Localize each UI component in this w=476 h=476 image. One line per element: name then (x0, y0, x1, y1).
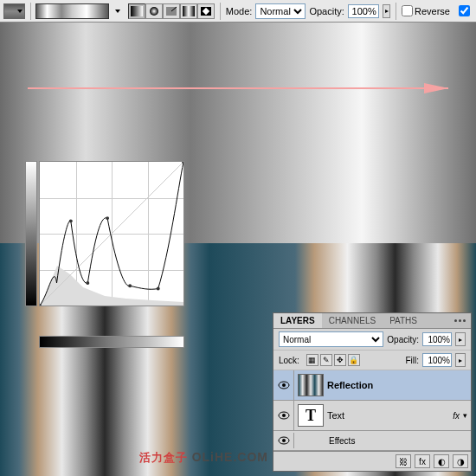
effects-row[interactable]: Effects (273, 431, 471, 451)
svg-rect-3 (183, 6, 195, 16)
radial-gradient-button[interactable] (145, 3, 163, 19)
link-layers-button[interactable]: ⛓ (396, 454, 411, 468)
eye-icon (278, 381, 290, 389)
blend-opacity-row: Normal Opacity: ▸ (273, 329, 471, 351)
panel-opacity-input[interactable] (422, 332, 452, 346)
lock-label: Lock: (279, 356, 299, 365)
curve-path[interactable] (40, 162, 183, 306)
gradient-type-group (128, 3, 215, 19)
linear-gradient-button[interactable] (128, 3, 145, 19)
gradient-drag-arrow (28, 83, 448, 93)
svg-point-13 (182, 162, 183, 164)
visibility-toggle[interactable] (273, 401, 294, 430)
separator (396, 3, 396, 20)
layer-name[interactable]: Reflection (327, 380, 471, 390)
lock-all-icon[interactable]: 🔒 (348, 354, 360, 366)
reflected-gradient-button[interactable] (180, 3, 197, 19)
tab-channels[interactable]: CHANNELS (322, 313, 383, 328)
layer-row-reflection[interactable]: Reflection (273, 370, 471, 401)
eye-icon (278, 411, 290, 420)
visibility-toggle[interactable] (273, 370, 294, 400)
reverse-checkbox-group[interactable]: Reverse (402, 5, 450, 16)
mode-label: Mode: (226, 6, 253, 16)
fx-expand-icon[interactable]: ▾ (463, 411, 467, 420)
fill-flyout[interactable]: ▸ (455, 353, 466, 367)
svg-point-8 (69, 219, 73, 222)
layer-row-text[interactable]: T Text fx ▾ (273, 401, 471, 431)
curves-grid[interactable] (39, 161, 184, 306)
curves-overlay (39, 161, 200, 334)
svg-point-11 (128, 284, 132, 287)
foreground-swatch-picker[interactable] (3, 3, 25, 19)
reverse-checkbox[interactable] (402, 5, 413, 16)
opacity-flyout-button[interactable]: ▸ (383, 4, 391, 18)
opacity-label: Opacity: (309, 6, 344, 16)
canvas: 活力盒子 OLiHE.COM LAYERS CHANNE (0, 23, 476, 476)
layer-thumbnail[interactable] (298, 374, 324, 396)
svg-point-12 (157, 287, 160, 291)
watermark: 活力盒子 OLiHE.COM (139, 450, 268, 466)
reverse-label: Reverse (415, 6, 450, 16)
lock-transparency-icon[interactable]: ▦ (306, 354, 318, 366)
panel-opacity-label: Opacity: (387, 335, 419, 344)
layers-panel: LAYERS CHANNELS PATHS Normal Opacity: ▸ … (273, 312, 472, 472)
arrow-line (28, 87, 448, 89)
arrow-head-icon (424, 83, 448, 93)
opacity-input[interactable] (348, 4, 379, 18)
blend-mode-select[interactable]: Normal (279, 331, 383, 347)
layer-name[interactable]: Text (327, 410, 453, 421)
lock-image-icon[interactable]: ✎ (320, 354, 332, 366)
panel-footer: ⛓ fx ◐ ◑ (273, 451, 471, 471)
mode-select[interactable]: Normal (255, 3, 306, 19)
lock-fill-row: Lock: ▦ ✎ ✥ 🔒 Fill: ▸ (273, 351, 471, 370)
tab-layers[interactable]: LAYERS (273, 313, 322, 328)
input-gradient-strip (39, 336, 184, 348)
svg-point-17 (282, 414, 286, 417)
adjustment-layer-button[interactable]: ◑ (453, 454, 468, 468)
output-gradient-strip (25, 161, 37, 306)
layer-mask-button[interactable]: ◐ (434, 454, 449, 468)
layer-thumbnail[interactable]: T (298, 404, 324, 427)
effects-label: Effects (329, 436, 355, 446)
lock-icons: ▦ ✎ ✥ 🔒 (306, 354, 360, 366)
gradient-preview-picker[interactable] (35, 3, 109, 19)
tab-paths[interactable]: PATHS (383, 313, 424, 328)
layer-style-button[interactable]: fx (415, 454, 430, 468)
angle-gradient-button[interactable] (163, 3, 180, 19)
options-bar: Mode: Normal Opacity: ▸ Reverse (0, 0, 476, 23)
fx-badge[interactable]: fx (453, 411, 460, 421)
layer-list: Reflection T Text fx ▾ Effects (273, 370, 471, 451)
separator (220, 3, 221, 20)
svg-point-10 (106, 216, 109, 220)
svg-rect-0 (131, 6, 143, 16)
fill-label: Fill: (405, 356, 419, 365)
svg-point-19 (282, 439, 286, 442)
panel-tabs: LAYERS CHANNELS PATHS (273, 313, 471, 329)
svg-point-1 (150, 7, 158, 16)
fill-input[interactable] (422, 353, 452, 367)
eye-icon (278, 436, 290, 445)
separator (30, 3, 31, 20)
svg-point-15 (282, 383, 286, 387)
panel-menu-button[interactable] (449, 313, 471, 328)
diamond-gradient-button[interactable] (197, 3, 215, 19)
trailing-checkbox[interactable] (459, 5, 470, 16)
lock-position-icon[interactable]: ✥ (334, 354, 346, 366)
svg-point-9 (86, 281, 89, 285)
panel-opacity-flyout[interactable]: ▸ (455, 332, 466, 346)
